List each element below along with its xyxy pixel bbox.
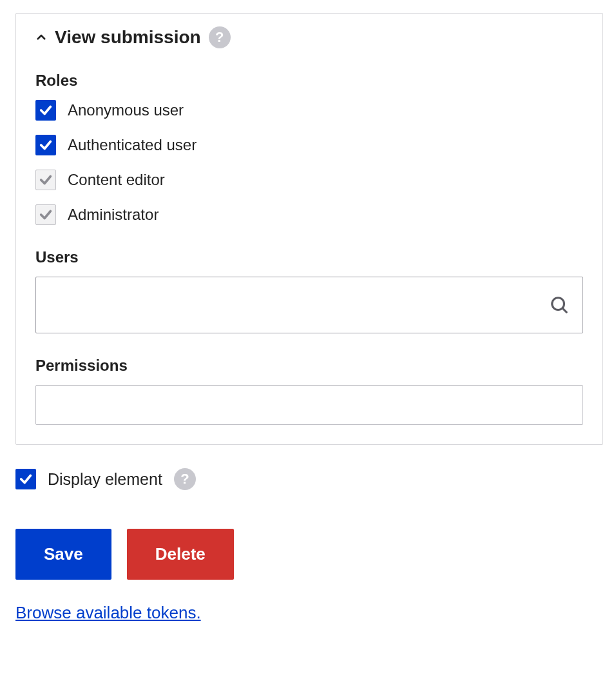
role-checkbox-content-editor (35, 170, 56, 190)
role-label: Authenticated user (68, 136, 197, 154)
display-element-label: Display element (48, 470, 162, 489)
users-label: Users (35, 248, 583, 266)
display-element-row: Display element ? (15, 468, 603, 490)
role-checkbox-authenticated[interactable] (35, 135, 56, 155)
panel-title: View submission (55, 27, 201, 48)
permissions-input[interactable] (35, 385, 583, 425)
help-icon[interactable]: ? (209, 26, 231, 48)
role-label: Anonymous user (68, 101, 184, 119)
role-row-anonymous: Anonymous user (35, 100, 583, 121)
permissions-label: Permissions (35, 357, 583, 375)
view-submission-panel: View submission ? Roles Anonymous user A… (15, 13, 603, 445)
browse-tokens-link[interactable]: Browse available tokens. (15, 603, 201, 622)
role-label: Content editor (68, 171, 165, 189)
action-buttons: Save Delete (15, 529, 603, 580)
role-row-authenticated: Authenticated user (35, 135, 583, 155)
help-icon[interactable]: ? (174, 468, 196, 490)
panel-header[interactable]: View submission ? (35, 26, 583, 48)
roles-section: Roles Anonymous user Authenticated user … (35, 72, 583, 225)
users-input[interactable] (35, 277, 583, 333)
delete-button[interactable]: Delete (127, 529, 234, 580)
role-checkbox-anonymous[interactable] (35, 100, 56, 121)
chevron-up-icon (35, 32, 47, 43)
save-button[interactable]: Save (15, 529, 111, 580)
role-row-administrator: Administrator (35, 204, 583, 225)
role-label: Administrator (68, 206, 159, 224)
roles-label: Roles (35, 72, 583, 90)
role-checkbox-administrator (35, 204, 56, 225)
users-input-wrapper (35, 277, 583, 333)
users-section: Users (35, 248, 583, 333)
role-row-content-editor: Content editor (35, 170, 583, 190)
permissions-section: Permissions (35, 357, 583, 425)
display-element-checkbox[interactable] (15, 469, 36, 489)
